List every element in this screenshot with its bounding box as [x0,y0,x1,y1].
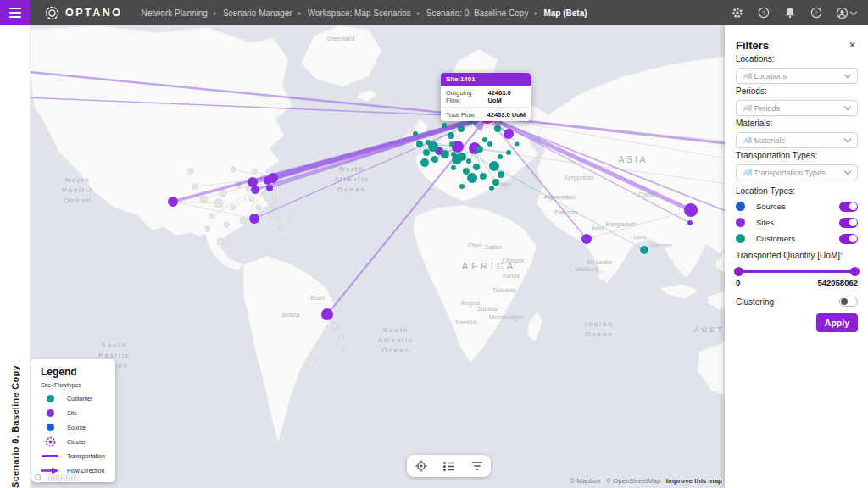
customer-marker[interactable] [515,142,520,147]
logo-text: OPTANO [65,7,123,19]
customer-marker[interactable] [451,165,456,170]
slider-min-handle[interactable] [734,267,743,276]
location-type-toggle[interactable] [839,234,858,244]
customer-marker[interactable] [492,179,499,186]
site-marker[interactable] [504,129,514,139]
country-label: Sri Lanka [587,259,612,265]
customer-marker[interactable] [489,186,494,191]
site-marker[interactable] [687,220,693,225]
close-icon[interactable]: ✕ [847,38,858,53]
account-menu[interactable] [836,7,856,19]
customer-marker[interactable] [423,149,430,156]
clustering-toggle[interactable] [839,297,858,307]
inactive-node-dot [188,169,193,174]
inactive-node-dot [201,235,206,240]
alert-icon[interactable]: ! [810,6,823,19]
customer-marker[interactable] [482,137,487,142]
filter-field-value: All Materials [743,136,785,145]
site-marker[interactable] [684,203,698,217]
filters-panel: Filters ✕ Locations:All LocationsPeriods… [725,25,868,488]
customer-marker[interactable] [458,125,465,132]
quantity-label: Transported Quantity [UoM]: [736,251,858,264]
chevron-down-icon [850,8,857,14]
apply-button[interactable]: Apply [816,313,858,332]
customer-marker[interactable] [466,158,471,164]
attribution-osm-link[interactable]: © OpenStreetMap [606,477,661,485]
quantity-range-slider[interactable] [737,266,856,276]
customer-marker[interactable] [498,171,504,178]
customer-marker[interactable] [480,173,487,180]
site-marker[interactable] [321,308,333,320]
customer-marker[interactable] [640,246,648,254]
location-type-toggle[interactable] [839,218,858,228]
ocean-label: NorthPacificOcean [62,176,94,204]
mapbox-logo-link[interactable]: mapbox [32,472,79,483]
slider-track[interactable] [737,270,856,273]
location-type-toggle[interactable] [839,202,858,212]
site-marker[interactable] [249,214,259,224]
customer-marker[interactable] [428,141,438,152]
filter-field-label: Periods: [736,86,858,96]
customer-marker[interactable] [413,131,418,136]
customer-marker[interactable] [498,154,503,159]
breadcrumb-item[interactable]: Network Planning [142,8,208,18]
customer-marker[interactable] [487,141,492,147]
inactive-node-dot [224,222,229,227]
legend-toggle-button[interactable] [435,455,463,477]
inactive-node-dot [286,218,291,223]
customer-marker[interactable] [448,132,454,139]
customer-marker[interactable] [449,141,454,147]
breadcrumb-item[interactable]: Workspace: Map Scenarios [308,8,411,18]
customer-marker[interactable] [452,154,462,164]
slider-max-handle[interactable] [850,267,860,276]
legend-item: Transportation [41,452,115,460]
country-label: Kenya [503,273,520,280]
optano-logo: OPTANO [45,6,123,20]
country-label: Laos [633,234,647,240]
site-marker[interactable] [168,197,178,207]
locate-button[interactable] [407,455,435,477]
settings-icon[interactable] [731,6,744,19]
customer-marker[interactable] [420,158,429,167]
customer-marker[interactable] [489,161,499,171]
improve-map-link[interactable]: Improve this map [666,477,722,485]
notifications-icon[interactable] [783,6,797,19]
breadcrumb-item[interactable]: Scenario Manager [223,8,292,18]
location-types-label: Location Types: [736,186,858,200]
legend-item-label: Transportation [67,453,105,459]
filter-field-select[interactable]: All Locations [736,68,858,84]
dot-icon [47,409,54,417]
customer-marker[interactable] [416,141,423,147]
legend-title: Legend [41,366,115,378]
customer-marker[interactable] [431,156,438,163]
clustering-row: Clustering [736,297,858,307]
dot-icon [47,424,54,431]
customer-marker[interactable] [441,150,449,158]
customer-marker[interactable] [442,123,447,128]
site-marker[interactable] [266,185,273,191]
customer-marker[interactable] [506,150,511,155]
attribution-mapbox-link[interactable]: © Mapbox [570,477,601,485]
customer-marker[interactable] [473,164,480,170]
site-marker[interactable] [581,234,592,244]
filter-field-select[interactable]: All Transportation Types [736,164,858,180]
mapbox-icon [32,472,43,483]
filter-field-label: Transportation Types: [736,151,858,160]
customer-marker[interactable] [463,168,470,175]
tooltip-row-label: Outgoing Flow: [446,89,487,104]
customer-marker[interactable] [467,173,477,183]
help-icon[interactable]: ? [757,6,771,19]
inactive-node-dot [339,335,344,340]
site-marker[interactable] [268,173,278,183]
filter-button[interactable] [463,455,491,477]
breadcrumb-item[interactable]: Map (Beta) [543,8,587,18]
customer-marker[interactable] [494,125,501,132]
menu-button[interactable] [0,0,30,25]
customer-marker[interactable] [459,184,465,189]
breadcrumb-item[interactable]: Scenario: 0. Baseline Copy [426,8,529,18]
customer-marker[interactable] [476,146,483,152]
inactive-node-dot [246,186,251,191]
site-marker[interactable] [251,186,259,194]
filter-field-select[interactable]: All Materials [736,132,858,148]
filter-field-select[interactable]: All Periods [736,100,858,116]
